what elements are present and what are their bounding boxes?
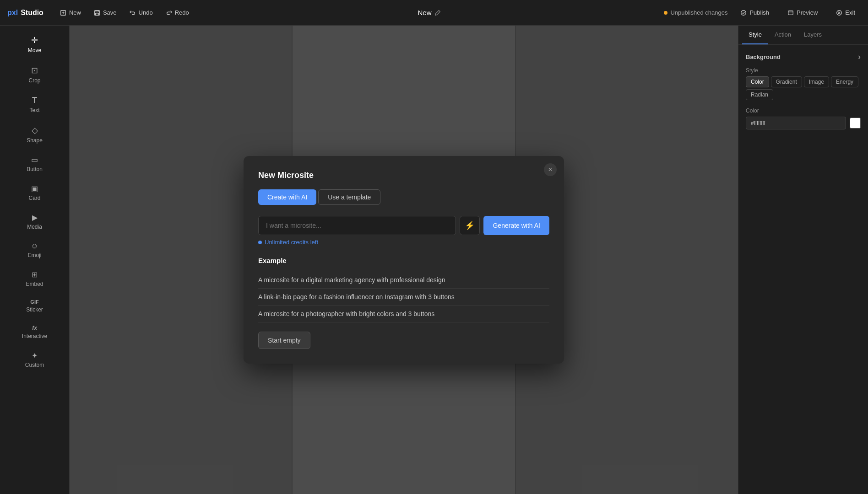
- interactive-icon: fx: [32, 325, 37, 331]
- redo-button[interactable]: Redo: [160, 6, 195, 19]
- sidebar-item-media[interactable]: ▶ Media: [4, 208, 65, 236]
- example-item-3[interactable]: A microsite for a photographer with brig…: [258, 306, 549, 322]
- sticker-icon: GIF: [30, 299, 38, 305]
- edit-icon[interactable]: [434, 10, 441, 16]
- sidebar-item-emoji[interactable]: ☺ Emoji: [4, 236, 65, 264]
- sidebar: ✛ Move ⊡ Crop T Text ◇ Shape ▭ Button ▣ …: [0, 26, 70, 494]
- sidebar-item-shape[interactable]: ◇ Shape: [4, 120, 65, 149]
- style-tab-energy[interactable]: Energy: [831, 76, 858, 87]
- undo-label: Undo: [139, 9, 153, 16]
- app-logo: pxl Studio: [7, 9, 43, 17]
- svg-rect-7: [788, 11, 793, 15]
- generate-with-ai-button[interactable]: Generate with AI: [483, 216, 549, 235]
- undo-icon: [130, 10, 136, 16]
- lightning-button[interactable]: ⚡: [460, 216, 480, 235]
- color-hex-input[interactable]: [746, 117, 846, 129]
- redo-icon: [166, 10, 172, 16]
- publish-button[interactable]: Publish: [735, 6, 775, 19]
- sidebar-item-sticker[interactable]: GIF Sticker: [4, 294, 65, 318]
- topbar-center: New: [195, 9, 664, 16]
- sidebar-item-button[interactable]: ▭ Button: [4, 150, 65, 178]
- style-section-label: Style: [746, 67, 861, 74]
- color-input-row: [746, 117, 861, 129]
- move-icon: ✛: [31, 35, 38, 45]
- sidebar-item-media-label: Media: [27, 224, 42, 230]
- sidebar-item-move[interactable]: ✛ Move: [4, 30, 65, 59]
- status-dot: [664, 11, 667, 15]
- modal-close-button[interactable]: ×: [544, 163, 557, 176]
- main-layout: ✛ Move ⊡ Crop T Text ◇ Shape ▭ Button ▣ …: [0, 26, 868, 494]
- topbar-right: Unpublished changes Publish Preview Exit: [664, 6, 861, 19]
- credits-info: Unlimited credits left: [258, 239, 549, 246]
- style-tab-gradient[interactable]: Gradient: [771, 76, 802, 87]
- logo-px: pxl: [7, 9, 18, 17]
- color-label: Color: [746, 107, 861, 114]
- shape-icon: ◇: [32, 125, 38, 135]
- unpublished-badge: Unpublished changes: [664, 9, 727, 16]
- sidebar-item-sticker-label: Sticker: [26, 306, 43, 313]
- credits-label: Unlimited credits left: [265, 239, 318, 246]
- example-item-2[interactable]: A link-in-bio page for a fashion influen…: [258, 289, 549, 306]
- sidebar-item-text-label: Text: [29, 107, 39, 113]
- example-item-1[interactable]: A microsite for a digital marketing agen…: [258, 272, 549, 289]
- unpublished-label: Unpublished changes: [670, 9, 727, 16]
- tab-layers[interactable]: Layers: [797, 26, 828, 44]
- sidebar-item-interactive[interactable]: fx Interactive: [4, 319, 65, 345]
- sidebar-item-crop[interactable]: ⊡ Crop: [4, 60, 65, 89]
- start-empty-button[interactable]: Start empty: [258, 332, 310, 349]
- topbar-actions: New Save Undo Redo: [54, 6, 195, 19]
- embed-icon: ⊞: [32, 270, 38, 279]
- lightning-icon: ⚡: [465, 220, 475, 231]
- sidebar-item-text[interactable]: T Text: [4, 90, 65, 119]
- sidebar-item-custom-label: Custom: [25, 362, 44, 368]
- svg-rect-5: [95, 13, 98, 15]
- tab-action[interactable]: Action: [768, 26, 797, 44]
- modal-tabs: Create with AI Use a template: [258, 189, 549, 205]
- canvas-area: × New Microsite Create with AI Use a tem…: [70, 26, 738, 494]
- sidebar-item-embed[interactable]: ⊞ Embed: [4, 265, 65, 293]
- topbar: pxl Studio New Save Undo Redo New Unpubl…: [0, 0, 868, 26]
- sidebar-item-move-label: Move: [28, 47, 41, 54]
- page-title: New: [418, 9, 441, 16]
- sidebar-item-button-label: Button: [27, 166, 43, 172]
- credits-dot: [258, 241, 262, 244]
- emoji-icon: ☺: [31, 242, 38, 250]
- exit-button[interactable]: Exit: [830, 6, 861, 19]
- style-tab-radiant[interactable]: Radian: [746, 89, 773, 100]
- undo-button[interactable]: Undo: [124, 6, 158, 19]
- publish-label: Publish: [749, 9, 769, 16]
- tab-style[interactable]: Style: [742, 26, 768, 44]
- save-icon: [94, 10, 100, 16]
- microsite-prompt-input[interactable]: [258, 216, 456, 235]
- color-swatch[interactable]: [850, 118, 861, 129]
- sidebar-item-interactive-label: Interactive: [22, 333, 47, 339]
- use-template-tab[interactable]: Use a template: [318, 189, 380, 205]
- sidebar-item-custom[interactable]: ✦ Custom: [4, 346, 65, 374]
- sidebar-item-shape-label: Shape: [27, 137, 43, 144]
- preview-button[interactable]: Preview: [782, 6, 823, 19]
- new-label: New: [69, 9, 81, 16]
- style-tab-color[interactable]: Color: [746, 76, 769, 87]
- new-button[interactable]: New: [54, 6, 87, 19]
- card-icon: ▣: [31, 184, 38, 193]
- text-icon: T: [32, 96, 37, 105]
- style-tab-image[interactable]: Image: [804, 76, 829, 87]
- exit-label: Exit: [845, 9, 855, 16]
- modal-overlay: × New Microsite Create with AI Use a tem…: [70, 26, 738, 494]
- sidebar-item-crop-label: Crop: [28, 77, 40, 84]
- save-button[interactable]: Save: [88, 6, 122, 19]
- crop-icon: ⊡: [31, 65, 38, 75]
- preview-label: Preview: [797, 9, 818, 16]
- input-row: ⚡ Generate with AI: [258, 216, 549, 235]
- background-section-title: Background ›: [746, 52, 861, 62]
- create-with-ai-tab[interactable]: Create with AI: [258, 189, 316, 205]
- right-panel-content: Background › Style Color Gradient Image …: [738, 45, 868, 137]
- new-microsite-modal: × New Microsite Create with AI Use a tem…: [244, 156, 564, 364]
- style-tabs: Color Gradient Image Energy Radian: [746, 76, 861, 100]
- button-icon: ▭: [31, 156, 38, 164]
- example-section-title: Example: [258, 257, 549, 264]
- right-panel: Style Action Layers Background › Style C…: [738, 26, 868, 494]
- right-panel-tabs: Style Action Layers: [738, 26, 868, 45]
- sidebar-item-card[interactable]: ▣ Card: [4, 179, 65, 207]
- svg-rect-4: [96, 10, 98, 12]
